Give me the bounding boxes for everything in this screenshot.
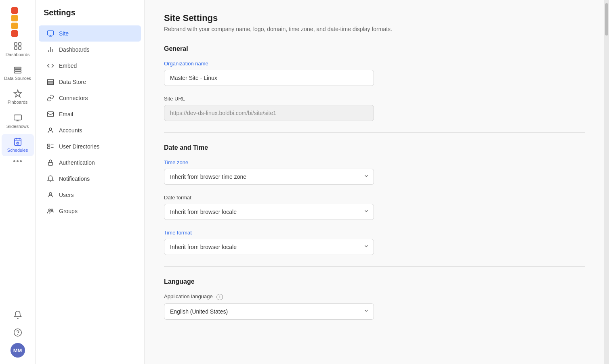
svg-rect-1 [18, 43, 21, 45]
org-name-group: Organization name [164, 61, 585, 86]
data-sources-icon [13, 65, 22, 74]
settings-nav-accounts[interactable]: Accounts [39, 122, 141, 138]
accounts-icon [47, 127, 54, 134]
settings-nav-embed-label: Embed [59, 63, 77, 69]
app-language-label: Application language i [164, 293, 585, 300]
nav-item-schedules[interactable]: Schedules [2, 134, 34, 156]
site-url-group: Site URL [164, 96, 585, 121]
page-title: Site Settings [164, 13, 585, 23]
svg-rect-0 [14, 43, 17, 45]
settings-sidebar: Settings Site Dashboards Embed Data S [36, 0, 145, 364]
general-section-title: General [164, 45, 585, 52]
settings-nav-embed[interactable]: Embed [39, 58, 141, 74]
icon-nav-bottom: MM [10, 308, 25, 364]
logo-square-4 [11, 30, 18, 37]
avatar-initials: MM [13, 347, 22, 354]
site-icon [47, 30, 54, 37]
svg-rect-2 [14, 47, 17, 49]
dot-3 [20, 160, 22, 162]
svg-point-20 [49, 128, 52, 130]
nav-label-data-sources: Data Sources [4, 76, 31, 81]
settings-nav-notifications[interactable]: Notifications [39, 171, 141, 187]
datetime-section-title: Date and Time [164, 144, 585, 151]
nav-label-schedules: Schedules [7, 148, 28, 153]
svg-rect-5 [14, 69, 21, 71]
settings-nav-users[interactable]: Users [39, 187, 141, 203]
user-directories-icon [47, 143, 54, 150]
notifications-button[interactable] [10, 308, 25, 322]
settings-nav-groups-label: Groups [59, 208, 78, 214]
svg-point-11 [17, 334, 18, 335]
app-language-group: Application language i English (United S… [164, 293, 585, 320]
settings-nav-authentication-label: Authentication [59, 159, 95, 166]
app-language-select-wrapper: English (United States) French German Sp… [164, 303, 374, 320]
general-divider [164, 132, 585, 133]
time-format-select[interactable]: Inherit from browser locale 12-hour 24-h… [164, 239, 374, 255]
svg-rect-21 [48, 144, 50, 146]
svg-rect-17 [48, 82, 54, 83]
svg-rect-3 [18, 47, 21, 49]
user-avatar[interactable]: MM [10, 343, 25, 358]
help-button[interactable] [10, 325, 25, 340]
main-content: Site Settings Rebrand with your company … [145, 0, 604, 364]
logo-square-2 [11, 15, 18, 21]
nav-item-dashboards[interactable]: Dashboards [2, 38, 34, 61]
settings-nav-connectors[interactable]: Connectors [39, 90, 141, 106]
dot-2 [17, 160, 19, 162]
svg-rect-23 [48, 162, 53, 165]
svg-rect-19 [48, 112, 54, 117]
pinboards-icon [13, 89, 22, 98]
logo-square-1 [11, 7, 18, 14]
svg-rect-12 [48, 31, 54, 35]
date-format-select-wrapper: Inherit from browser locale MM/DD/YYYY D… [164, 204, 374, 220]
site-url-label: Site URL [164, 96, 585, 102]
scroll-thumb[interactable] [605, 3, 608, 36]
settings-title: Settings [36, 8, 144, 25]
language-section-title: Language [164, 278, 585, 285]
timezone-select-wrapper: Inherit from browser time zone UTC US/Ea… [164, 169, 374, 185]
time-format-label: Time format [164, 230, 585, 236]
nav-item-data-sources[interactable]: Data Sources [2, 62, 34, 84]
date-format-select[interactable]: Inherit from browser locale MM/DD/YYYY D… [164, 204, 374, 220]
icon-nav: Dashboards Data Sources Pinboards Slides… [0, 0, 36, 364]
svg-point-25 [49, 209, 51, 211]
page-subtitle: Rebrand with your company name, logo, do… [164, 26, 585, 32]
help-icon [13, 328, 22, 337]
svg-rect-18 [48, 83, 54, 85]
settings-nav-user-directories-label: User Directories [59, 143, 99, 150]
app-language-select[interactable]: English (United States) French German Sp… [164, 303, 374, 320]
nav-item-slideshows[interactable]: Slideshows [2, 110, 34, 132]
users-icon [47, 191, 54, 199]
settings-nav-dashboards[interactable]: Dashboards [39, 42, 141, 58]
bell-icon [13, 310, 22, 319]
org-name-input[interactable] [164, 70, 374, 86]
time-format-select-wrapper: Inherit from browser locale 12-hour 24-h… [164, 239, 374, 255]
dot-1 [13, 160, 15, 162]
scroll-track [604, 0, 609, 364]
logo-square-3 [11, 23, 18, 29]
settings-nav-site[interactable]: Site [39, 25, 141, 42]
nav-item-pinboards[interactable]: Pinboards [2, 86, 34, 108]
notifications-nav-icon [47, 175, 54, 182]
settings-nav-groups[interactable]: Groups [39, 203, 141, 219]
svg-rect-22 [48, 147, 50, 149]
app-language-info-icon[interactable]: i [216, 294, 223, 300]
settings-nav-user-directories[interactable]: User Directories [39, 138, 141, 155]
settings-nav-connectors-label: Connectors [59, 95, 88, 101]
nav-divider-top [10, 34, 26, 34]
settings-nav-email[interactable]: Email [39, 106, 141, 122]
data-store-icon [47, 78, 54, 86]
svg-rect-16 [48, 79, 54, 81]
timezone-group: Time zone Inherit from browser time zone… [164, 159, 585, 185]
timezone-label: Time zone [164, 159, 585, 165]
settings-nav-authentication[interactable]: Authentication [39, 155, 141, 171]
nav-label-slideshows: Slideshows [6, 124, 29, 129]
settings-nav-users-label: Users [59, 192, 74, 198]
connectors-icon [47, 94, 54, 102]
more-button[interactable] [10, 157, 25, 165]
date-format-group: Date format Inherit from browser locale … [164, 195, 585, 220]
settings-nav-dashboards-label: Dashboards [59, 46, 90, 53]
settings-nav-data-store[interactable]: Data Store [39, 74, 141, 90]
timezone-select[interactable]: Inherit from browser time zone UTC US/Ea… [164, 169, 374, 185]
svg-point-26 [51, 209, 53, 211]
